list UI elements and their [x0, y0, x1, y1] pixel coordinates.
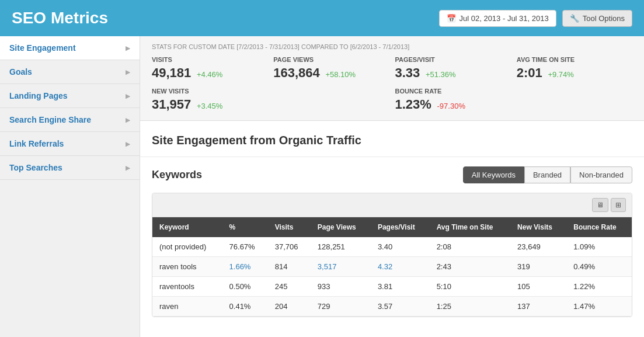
cell-new-visits: 319 — [510, 257, 566, 277]
stat-new-visits-value: 31,957 — [152, 97, 191, 112]
table-grid-button[interactable]: ⊞ — [611, 198, 626, 212]
stat-visits-value: 49,181 — [152, 65, 191, 80]
stat-bounce-label: BOUNCE RATE — [395, 88, 633, 95]
cell-bounce: 1.09% — [566, 237, 632, 257]
monitor-icon: 🖥 — [597, 201, 604, 209]
cell-bounce: 1.47% — [566, 297, 632, 317]
cell-pct: 76.67% — [222, 237, 268, 257]
table-row: raventools 0.50% 245 933 3.81 5:10 105 1… — [152, 277, 632, 297]
sidebar: Site Engagement ▶ Goals ▶ Landing Pages … — [0, 36, 140, 337]
cell-keyword: raven tools — [152, 257, 222, 277]
keywords-title: Keywords — [152, 169, 202, 181]
col-avg-time: Avg Time on Site — [430, 217, 510, 237]
cell-page-views: 933 — [311, 277, 371, 297]
stat-page-views-change: +58.10% — [325, 70, 356, 79]
cell-avg-time: 2:43 — [430, 257, 510, 277]
table-row: (not provided) 76.67% 37,706 128,251 3.4… — [152, 237, 632, 257]
stat-bounce-value: 1.23% — [395, 97, 431, 112]
table-toolbar: 🖥 ⊞ — [152, 193, 632, 217]
cell-ppv: 3.57 — [371, 297, 430, 317]
sidebar-item-top-searches[interactable]: Top Searches ▶ — [0, 156, 140, 180]
tool-options-label: Tool Options — [583, 14, 625, 23]
chevron-right-icon: ▶ — [126, 117, 130, 123]
sidebar-item-landing-pages[interactable]: Landing Pages ▶ — [0, 84, 140, 108]
col-keyword: Keyword — [152, 217, 222, 237]
keywords-table-container: 🖥 ⊞ Keyword % Visits Page Views Pages/Vi… — [152, 193, 632, 317]
col-page-views: Page Views — [311, 217, 371, 237]
col-pages-per-visit: Pages/Visit — [371, 217, 430, 237]
cell-visits: 245 — [268, 277, 311, 297]
cell-new-visits: 137 — [510, 297, 566, 317]
cell-page-views[interactable]: 3,517 — [311, 257, 371, 277]
filter-branded[interactable]: Branded — [524, 166, 570, 183]
stat-page-views-label: PAGE VIEWS — [273, 56, 389, 63]
tool-options-button[interactable]: Tool Options — [562, 10, 632, 27]
chevron-right-icon: ▶ — [126, 141, 130, 147]
stat-bounce-rate: BOUNCE RATE 1.23% -97.30% — [395, 88, 633, 112]
main-layout: Site Engagement ▶ Goals ▶ Landing Pages … — [0, 36, 644, 337]
stat-avg-time-change: +9.74% — [548, 70, 573, 79]
cell-new-visits: 23,649 — [510, 237, 566, 257]
app-header: SEO Metrics Jul 02, 2013 - Jul 31, 2013 … — [0, 0, 644, 36]
table-header-row: Keyword % Visits Page Views Pages/Visit … — [152, 217, 632, 237]
keywords-table: Keyword % Visits Page Views Pages/Visit … — [152, 217, 632, 317]
cell-keyword: raventools — [152, 277, 222, 297]
cell-pct[interactable]: 1.66% — [222, 257, 268, 277]
sidebar-item-link-referrals[interactable]: Link Referrals ▶ — [0, 132, 140, 156]
keywords-header: Keywords All Keywords Branded Non-brande… — [152, 166, 632, 183]
chevron-right-icon: ▶ — [126, 165, 130, 171]
sidebar-label-site-engagement: Site Engagement — [9, 43, 76, 53]
filter-all-keywords[interactable]: All Keywords — [463, 166, 524, 183]
cell-pct: 0.41% — [222, 297, 268, 317]
stat-new-visits-change: +3.45% — [197, 102, 222, 110]
cell-avg-time: 5:10 — [430, 277, 510, 297]
keyword-filter-buttons: All Keywords Branded Non-branded — [463, 166, 632, 183]
table-row: raven 0.41% 204 729 3.57 1:25 137 1.47% — [152, 297, 632, 317]
stat-ppv-value: 3.33 — [395, 65, 420, 80]
col-visits: Visits — [268, 217, 311, 237]
keywords-section: Keywords All Keywords Branded Non-brande… — [140, 157, 644, 326]
stat-ppv-label: PAGES/VISIT — [395, 56, 511, 63]
sidebar-item-search-engine-share[interactable]: Search Engine Share ▶ — [0, 108, 140, 132]
sidebar-item-goals[interactable]: Goals ▶ — [0, 60, 140, 84]
stat-avg-time-label: AVG TIME ON SITE — [517, 56, 632, 63]
cell-bounce: 0.49% — [566, 257, 632, 277]
stat-new-visits: NEW VISITS 31,957 +3.45% — [152, 88, 389, 112]
stats-date-label: STATS FOR CUSTOM DATE [7/2/2013 - 7/31/2… — [152, 43, 632, 50]
cell-ppv: 3.40 — [371, 237, 430, 257]
cell-pct: 0.50% — [222, 277, 268, 297]
sidebar-label-top-searches: Top Searches — [9, 163, 62, 172]
cell-keyword: raven — [152, 297, 222, 317]
filter-non-branded[interactable]: Non-branded — [570, 166, 632, 183]
stat-avg-time: AVG TIME ON SITE 2:01 +9.74% — [517, 56, 632, 81]
table-row: raven tools 1.66% 814 3,517 4.32 2:43 31… — [152, 257, 632, 277]
section-heading: Site Engagement from Organic Traffic — [140, 121, 644, 157]
table-monitor-button[interactable]: 🖥 — [592, 198, 608, 212]
cell-ppv: 3.81 — [371, 277, 430, 297]
stat-ppv-change: +51.36% — [426, 70, 456, 79]
stat-pages-per-visit: PAGES/VISIT 3.33 +51.36% — [395, 56, 511, 81]
main-content: STATS FOR CUSTOM DATE [7/2/2013 - 7/31/2… — [140, 36, 644, 337]
cell-page-views: 729 — [311, 297, 371, 317]
sidebar-label-landing-pages: Landing Pages — [9, 91, 68, 100]
cell-avg-time: 2:08 — [430, 237, 510, 257]
sidebar-item-site-engagement[interactable]: Site Engagement ▶ — [0, 36, 140, 60]
col-pct: % — [222, 217, 268, 237]
stat-page-views: PAGE VIEWS 163,864 +58.10% — [273, 56, 389, 81]
calendar-icon — [447, 14, 456, 23]
col-bounce-rate: Bounce Rate — [566, 217, 632, 237]
stat-visits-change: +4.46% — [197, 70, 222, 79]
wrench-icon — [570, 14, 579, 23]
cell-keyword: (not provided) — [152, 237, 222, 257]
stats-grid: VISITS 49,181 +4.46% PAGE VIEWS 163,864 … — [152, 56, 632, 81]
chevron-right-icon: ▶ — [126, 93, 130, 99]
cell-avg-time: 1:25 — [430, 297, 510, 317]
date-range-button[interactable]: Jul 02, 2013 - Jul 31, 2013 — [439, 10, 556, 27]
stat-visits: VISITS 49,181 +4.46% — [152, 56, 267, 81]
cell-visits: 814 — [268, 257, 311, 277]
grid-icon: ⊞ — [615, 201, 621, 209]
header-controls: Jul 02, 2013 - Jul 31, 2013 Tool Options — [439, 10, 633, 27]
page-title: SEO Metrics — [12, 9, 108, 27]
cell-visits: 204 — [268, 297, 311, 317]
stats-row2: NEW VISITS 31,957 +3.45% BOUNCE RATE 1.2… — [152, 88, 632, 112]
